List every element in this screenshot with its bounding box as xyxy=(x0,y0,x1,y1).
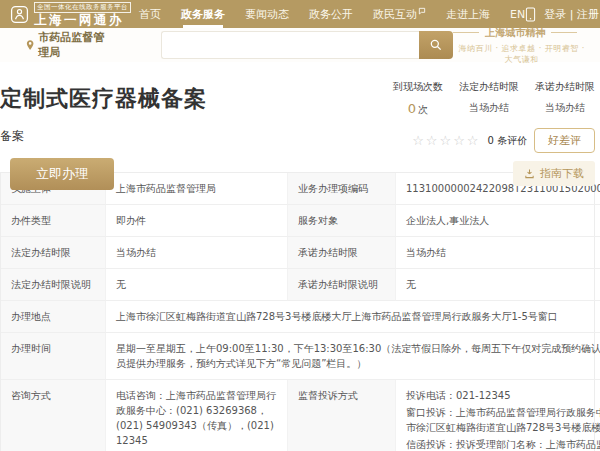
apply-now-button[interactable]: 立即办理 xyxy=(10,158,114,190)
right-dash xyxy=(551,32,577,33)
nav-english[interactable]: EN xyxy=(510,0,525,28)
stat-legal-limit: 法定办结时限 当场办结 xyxy=(459,80,519,117)
star-icon: ☆ xyxy=(412,133,426,148)
left-dash xyxy=(453,32,479,33)
city-spirit: 上海城市精神 海纳百川 · 追求卓越 · 开明睿智 · 大气谦和 xyxy=(453,26,590,65)
topbar-right: 登录 | 注册 xyxy=(525,0,600,28)
field-label: 服务对象 xyxy=(288,205,396,237)
field-value: 当场办结 xyxy=(396,237,600,269)
guide-download-label: 指南下载 xyxy=(540,166,584,181)
field-value: 无 xyxy=(106,269,288,301)
field-value: 企业法人,事业法人 xyxy=(396,205,600,237)
stat-label: 法定办结时限 xyxy=(459,80,519,94)
stat-label: 承诺办结时限 xyxy=(535,80,595,94)
guide-download-button[interactable]: 指南下载 xyxy=(513,161,595,186)
service-detail-table: 实施主体 上海市药品监督管理局 业务办理项编码 1131000000242209… xyxy=(0,172,595,451)
field-label: 监督投诉方式 xyxy=(288,380,396,451)
service-hero: 定制式医疗器械备案 备案 立即办理 到现场次数 0次 法定办结时限 当场办结 承… xyxy=(0,62,600,172)
field-label: 办件类型 xyxy=(1,205,106,237)
consult-phone: 电话咨询：上海市药品监督管理局行政服务中心：(021) 63269368，(02… xyxy=(116,388,277,448)
stat-visits: 到现场次数 0次 xyxy=(393,80,443,117)
site-logo[interactable]: 全国一体化在线政务服务平台 上海一网通办 xyxy=(0,0,131,28)
rating-count: 0 条评价 xyxy=(487,134,527,148)
field-label: 法定办结时限说明 xyxy=(1,269,106,301)
login-register-link[interactable]: 登录 | 注册 xyxy=(544,7,599,22)
hero-right: 到现场次数 0次 法定办结时限 当场办结 承诺办结时限 当场办结 ☆☆☆☆☆ 0… xyxy=(365,80,595,186)
department-name: 市药品监督管理局 xyxy=(38,30,111,60)
search-input[interactable] xyxy=(161,31,419,59)
search-icon xyxy=(429,38,443,52)
field-value: 星期一至星期五，上午09:00至11:30，下午13:30至16:30（法定节假… xyxy=(106,333,600,380)
star-icon: ☆ xyxy=(453,133,467,148)
stat-label: 到现场次数 xyxy=(393,80,443,94)
field-label: 咨询方式 xyxy=(1,380,106,451)
field-value: 当场办结 xyxy=(106,237,288,269)
rating-row: ☆☆☆☆☆ 0 条评价 好差评 xyxy=(365,128,595,153)
complaint-window: 窗口投诉：上海市药品监督管理局行政服务中心（上海市徐汇区虹梅路街道宜山路728号… xyxy=(406,405,600,435)
search-button[interactable] xyxy=(419,31,453,59)
stat-value: 0 xyxy=(408,101,416,116)
field-value: 上海市徐汇区虹梅路街道宜山路728号3号楼底楼大厅上海市药品监督管理局行政服务大… xyxy=(106,301,600,333)
site-name: 上海一网通办 xyxy=(34,14,131,27)
consult-value: 电话咨询：上海市药品监督管理局行政服务中心：(021) 63269368，(02… xyxy=(106,380,288,451)
main-nav: 首页 政务服务 要闻动态 政务公开 政民互动 走进上海 EN xyxy=(139,0,525,28)
review-button[interactable]: 好差评 xyxy=(534,128,595,153)
nav-interaction-label: 政民互动 xyxy=(373,7,417,22)
sub-header: 市药品监督管理局 上海城市精神 海纳百川 · 追求卓越 · 开明睿智 · 大气谦… xyxy=(0,28,600,62)
star-icon: ☆ xyxy=(426,133,440,148)
nav-interaction[interactable]: 政民互动 xyxy=(373,0,426,28)
mobile-icon[interactable] xyxy=(525,7,536,22)
complaint-value: 投诉电话：021-12345 窗口投诉：上海市药品监督管理局行政服务中心（上海市… xyxy=(396,380,600,451)
complaint-phone: 投诉电话：021-12345 xyxy=(406,388,600,403)
interaction-badge-icon xyxy=(418,7,426,15)
logo-icon xyxy=(10,5,29,24)
nav-gov-services[interactable]: 政务服务 xyxy=(181,0,225,28)
field-label: 承诺办结时限说明 xyxy=(288,269,396,301)
field-label: 办理时间 xyxy=(1,333,106,380)
stat-value: 当场办结 xyxy=(535,101,595,115)
field-label: 承诺办结时限 xyxy=(288,237,396,269)
star-icon: ☆ xyxy=(467,133,481,148)
stat-unit: 次 xyxy=(418,104,428,115)
platform-tagline: 全国一体化在线政务服务平台 xyxy=(34,2,131,13)
download-icon xyxy=(524,168,535,179)
nav-gov-open[interactable]: 政务公开 xyxy=(309,0,353,28)
field-label: 办理地点 xyxy=(1,301,106,333)
stat-value: 当场办结 xyxy=(459,101,519,115)
rating-stars: ☆☆☆☆☆ xyxy=(412,134,480,147)
complaint-mail: 信函投诉：投诉受理部门名称：上海市药品监督管理… xyxy=(406,437,600,451)
department-link[interactable]: 市药品监督管理局 xyxy=(26,30,111,60)
top-header: 全国一体化在线政务服务平台 上海一网通办 首页 政务服务 要闻动态 政务公开 政… xyxy=(0,0,600,28)
field-value: 即办件 xyxy=(106,205,288,237)
nav-home[interactable]: 首页 xyxy=(139,0,161,28)
field-label: 法定办结时限 xyxy=(1,237,106,269)
nav-news[interactable]: 要闻动态 xyxy=(245,0,289,28)
star-icon: ☆ xyxy=(439,133,453,148)
location-pin-icon xyxy=(26,39,34,51)
stat-promised-limit: 承诺办结时限 当场办结 xyxy=(535,80,595,117)
service-stats: 到现场次数 0次 法定办结时限 当场办结 承诺办结时限 当场办结 xyxy=(365,80,595,117)
field-value: 无 xyxy=(396,269,600,301)
nav-about-shanghai[interactable]: 走进上海 xyxy=(446,0,490,28)
search-bar xyxy=(161,31,453,59)
